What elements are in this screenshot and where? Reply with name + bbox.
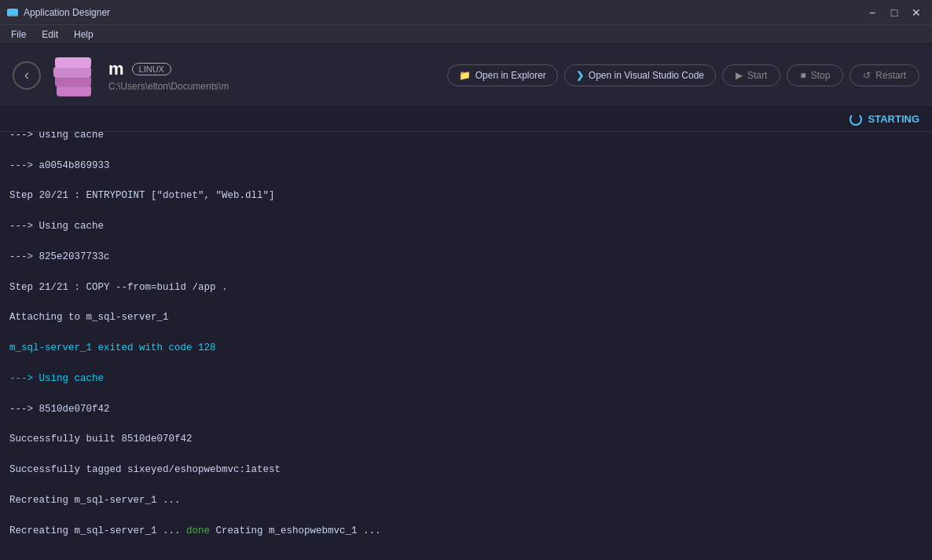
minimize-button[interactable]: −	[863, 3, 882, 22]
terminal-line: Step 20/21 : ENTRYPOINT ["dotnet", "Web.…	[9, 188, 923, 203]
logo-layer-4	[55, 57, 91, 68]
close-button[interactable]: ✕	[907, 3, 926, 22]
status-starting: STARTING	[849, 113, 919, 126]
menu-help[interactable]: Help	[66, 27, 101, 42]
title-bar: Application Designer − □ ✕	[0, 0, 932, 25]
start-label: Start	[747, 70, 767, 81]
restart-button[interactable]: ↺ Restart	[849, 64, 919, 86]
stop-icon: ■	[800, 70, 805, 81]
terminal-line: ---> Using cache	[9, 219, 923, 234]
play-icon: ▶	[736, 70, 743, 81]
svg-rect-1	[9, 15, 17, 16]
menu-edit[interactable]: Edit	[34, 27, 66, 42]
terminal-line: Recreating m_sql-server_1 ...	[9, 493, 923, 508]
terminal[interactable]: ---> 80f12c0a8131Step 15/21 : WORKDIR /t…	[0, 132, 932, 560]
terminal-line: ---> 8510de070f42	[9, 402, 923, 417]
menu-bar: File Edit Help	[0, 25, 932, 44]
maximize-button[interactable]: □	[885, 3, 904, 22]
back-button[interactable]: ‹	[13, 61, 41, 90]
status-label: STARTING	[868, 113, 919, 125]
terminal-line: Successfully tagged sixeyed/eshopwebmvc:…	[9, 463, 923, 478]
title-bar-title: Application Designer	[24, 7, 110, 18]
app-info: m LINUX C:\Users\elton\Documents\m	[108, 59, 435, 92]
terminal-line: Successfully built 8510de070f42	[9, 432, 923, 447]
app-logo	[53, 54, 96, 97]
vscode-icon: ❯	[576, 70, 584, 81]
folder-icon: 📁	[459, 70, 471, 81]
terminal-line: ---> 825e2037733c	[9, 250, 923, 265]
open-vscode-button[interactable]: ❯ Open in Visual Studio Code	[564, 64, 716, 86]
app-path: C:\Users\elton\Documents\m	[108, 81, 435, 92]
status-bar: STARTING	[0, 107, 932, 132]
stop-label: Stop	[811, 70, 831, 81]
restart-icon: ↺	[863, 70, 871, 81]
spinner-icon	[849, 113, 862, 126]
terminal-line: Attaching to m_sql-server_1	[9, 310, 923, 325]
title-bar-left: Application Designer	[6, 6, 110, 19]
app-header: ‹ m LINUX C:\Users\elton\Documents\m 📁 O…	[0, 44, 932, 107]
start-button[interactable]: ▶ Start	[722, 64, 780, 86]
title-bar-controls: − □ ✕	[863, 3, 926, 22]
stop-button[interactable]: ■ Stop	[787, 64, 843, 86]
header-actions: 📁 Open in Explorer ❯ Open in Visual Stud…	[447, 64, 919, 86]
menu-file[interactable]: File	[3, 27, 34, 42]
terminal-line: ---> Using cache	[9, 372, 923, 386]
terminal-line: ---> Using cache	[9, 132, 923, 143]
restart-label: Restart	[875, 70, 906, 81]
app-icon	[6, 6, 19, 19]
app-badge: LINUX	[132, 63, 171, 75]
open-explorer-button[interactable]: 📁 Open in Explorer	[447, 64, 558, 86]
app-name-row: m LINUX	[108, 59, 435, 79]
app-name: m	[108, 59, 124, 79]
terminal-line: Recreating m_sql-server_1 ... done Creat…	[9, 524, 923, 539]
open-vscode-label: Open in Visual Studio Code	[589, 70, 704, 81]
terminal-line: ---> a0054b869933	[9, 159, 923, 174]
terminal-line: Step 21/21 : COPY --from=build /app .	[9, 280, 923, 295]
open-explorer-label: Open in Explorer	[475, 70, 546, 81]
terminal-line: m_sql-server_1 exited with code 128	[9, 341, 923, 356]
